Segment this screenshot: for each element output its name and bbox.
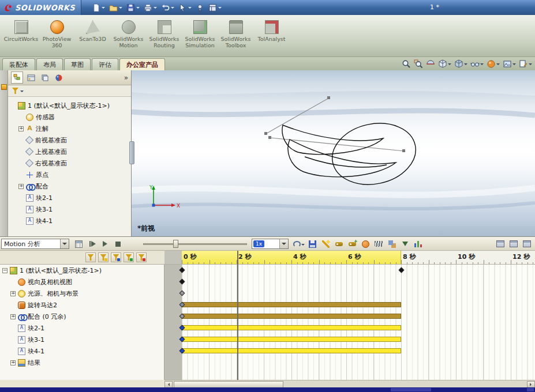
displaymanager-tab[interactable] — [53, 71, 65, 84]
timeline-change-bar[interactable] — [182, 337, 401, 342]
tolanalyst-button[interactable]: TolAnalyst — [254, 18, 289, 54]
filter-results-button[interactable] — [136, 252, 147, 262]
gravity-button[interactable] — [399, 238, 411, 250]
motion-tree-row[interactable]: 块4-1 — [0, 345, 164, 357]
play-from-start-button[interactable] — [87, 238, 98, 250]
timeline-change-bar[interactable] — [182, 314, 401, 319]
timeline-ruler[interactable]: 0 秒2 秒4 秒6 秒8 秒10 秒12 秒 — [164, 251, 535, 265]
contact-button[interactable] — [386, 238, 398, 250]
display-style-button[interactable] — [454, 58, 468, 70]
motion-tree-row[interactable]: 1 (默认<默认_显示状态-1>) — [0, 265, 164, 276]
motion-addin-button[interactable]: SolidWorksMotion — [111, 18, 146, 54]
playback-speed-select[interactable]: 1x — [252, 239, 289, 249]
motion-tree-row[interactable]: 块2-1 — [0, 322, 164, 334]
configurationmanager-tab[interactable] — [39, 71, 51, 84]
keyframe-diamond[interactable] — [398, 267, 404, 273]
timeline-hscrollbar[interactable] — [164, 380, 535, 388]
save-button[interactable] — [125, 2, 141, 13]
slider-thumb[interactable] — [173, 240, 178, 248]
feature-tree-row[interactable]: 注解 — [8, 123, 131, 134]
circuitworks-button[interactable]: CircuitWorks — [3, 18, 39, 54]
document-tab[interactable]: 办公室产品 — [119, 58, 165, 70]
propertymanager-tab[interactable] — [25, 71, 37, 84]
feature-tree-row[interactable]: 原点 — [8, 169, 131, 180]
zoom-fit-button[interactable] — [401, 58, 411, 70]
section-view-button[interactable] — [425, 58, 436, 70]
feature-tree-row[interactable]: 右视基准面 — [8, 157, 131, 169]
play-button[interactable] — [99, 238, 111, 250]
save-animation-button[interactable] — [306, 238, 318, 250]
print-button[interactable] — [143, 2, 158, 13]
apply-scene-button[interactable] — [502, 58, 517, 70]
scanto3d-button[interactable]: ScanTo3D — [75, 18, 110, 54]
feature-tree-row[interactable]: 传感器 — [8, 111, 131, 123]
motion-tree-row[interactable]: 配合 (0 冗余) — [0, 311, 164, 322]
measure-button[interactable] — [194, 2, 205, 13]
hide-show-items-button[interactable] — [470, 58, 484, 70]
stop-button[interactable] — [112, 238, 124, 250]
expander-icon[interactable] — [18, 126, 24, 131]
view-orientation-button[interactable] — [437, 58, 452, 70]
study-properties-button[interactable] — [495, 238, 506, 250]
feature-tree-row[interactable]: 块2-1 — [8, 192, 131, 203]
filter-all-button[interactable] — [85, 252, 96, 262]
results-plots-button[interactable] — [413, 238, 424, 250]
options-button[interactable] — [207, 2, 223, 13]
filter-animated-button[interactable] — [98, 252, 109, 262]
motion-tree-row[interactable]: 结果 — [0, 357, 164, 368]
timeline-change-bar[interactable] — [182, 302, 401, 307]
feature-tree-row[interactable]: 前视基准面 — [8, 134, 131, 146]
motion-tree-row[interactable]: 旋转马达2 — [0, 299, 164, 311]
motion-tree-row[interactable]: 块3-1 — [0, 334, 164, 345]
filter-driving-button[interactable] — [111, 252, 121, 262]
document-tab[interactable]: 装配体 — [2, 58, 35, 70]
keyframe-diamond[interactable] — [179, 267, 185, 273]
feature-tree-row[interactable]: 块4-1 — [8, 215, 131, 227]
auto-key-button[interactable] — [333, 238, 345, 250]
filter-dropdown-arrow[interactable] — [20, 91, 24, 94]
calculate-button[interactable] — [73, 238, 84, 250]
simulation-button[interactable]: SolidWorksSimulation — [182, 18, 218, 54]
expander-icon[interactable] — [10, 360, 16, 365]
add-key-button[interactable] — [346, 238, 358, 250]
panel-more-button[interactable]: » — [124, 74, 128, 82]
panel-splitter[interactable] — [129, 141, 134, 164]
expander-icon[interactable] — [10, 314, 16, 319]
animation-wizard-button[interactable] — [320, 238, 331, 250]
new-document-button[interactable] — [91, 2, 106, 13]
speed-dropdown-arrow[interactable] — [279, 239, 288, 248]
motion-tree-row[interactable]: 光源、相机与布景 — [0, 288, 164, 299]
view-settings-button[interactable] — [518, 58, 533, 70]
feature-tree-row[interactable]: 1 (默认<默认_显示状态-1>) — [8, 100, 131, 111]
collapse-panel-button[interactable] — [508, 238, 519, 250]
timeline-change-bar[interactable] — [182, 325, 401, 330]
open-button[interactable] — [108, 2, 124, 13]
motion-tree-row[interactable]: 视向及相机视图 — [0, 276, 164, 288]
timeline-change-bar[interactable] — [182, 348, 401, 353]
playback-slider[interactable] — [143, 239, 247, 248]
document-tab[interactable]: 草图 — [64, 58, 91, 70]
feature-tree-row[interactable]: 块3-1 — [8, 203, 131, 215]
graphics-area[interactable]: Y X *前视 — [132, 70, 535, 236]
expand-panel-button[interactable] — [521, 238, 533, 250]
document-tab[interactable]: 布局 — [36, 58, 63, 70]
keyframe-diamond[interactable] — [179, 291, 185, 296]
resize-grip[interactable] — [527, 388, 534, 391]
filter-selected-button[interactable] — [124, 252, 134, 262]
feature-tree-row[interactable]: 上视基准面 — [8, 146, 131, 157]
timeline-grid[interactable] — [164, 265, 535, 380]
study-type-select[interactable]: Motion 分析 — [1, 239, 69, 249]
featuremanager-tree-tab[interactable] — [11, 71, 23, 84]
sketch-geometry[interactable] — [132, 70, 535, 236]
motor-button[interactable] — [360, 238, 371, 250]
routing-button[interactable]: SolidWorksRouting — [147, 18, 182, 54]
study-type-dropdown-arrow[interactable] — [60, 239, 69, 248]
keyframe-diamond[interactable] — [179, 279, 185, 285]
expander-icon[interactable] — [2, 268, 8, 273]
spring-button[interactable] — [373, 238, 384, 250]
photoview-button[interactable]: PhotoView360 — [39, 18, 74, 54]
zoom-area-button[interactable] — [413, 58, 424, 70]
playback-mode-button[interactable] — [293, 238, 305, 250]
task-pane-edge[interactable] — [0, 70, 8, 236]
feature-tree-row[interactable]: 配合 — [8, 180, 131, 192]
